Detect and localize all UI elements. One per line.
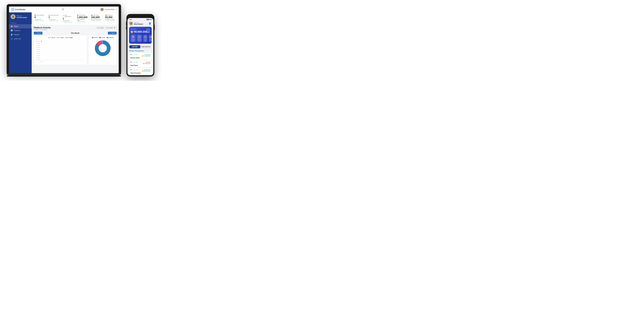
legend-topup: Top Up [48, 37, 55, 38]
stat-individuals-sub: 4 In this month [34, 19, 45, 20]
svg-text:700000: 700000 [36, 47, 40, 48]
transaction-1-date: 23 Jul 2020 [130, 54, 138, 55]
legend-pledge: Pledge [65, 37, 73, 38]
stat-individuals: 👤 Total Individuals 4 4 In this month ↑ … [33, 14, 46, 24]
sidebar-section-general: GENERAL [9, 22, 32, 24]
mini-coin-3 [142, 71, 144, 72]
svg-text:300000: 300000 [36, 55, 40, 56]
sidebar-reports-label: Reports [14, 34, 20, 36]
donut-svg [94, 40, 111, 57]
tab-history[interactable]: HISTORY [129, 45, 140, 48]
finances-icon: 📊 [11, 30, 13, 32]
tab-view-report[interactable]: VIEW REPORT [140, 45, 152, 48]
chart-controls: 📤 Export This Month 📤 Export [34, 32, 116, 35]
date-range-picker[interactable]: 01-01-2021 ~ 31-01-2021 📅 [96, 27, 116, 29]
export-label-right: Export [111, 32, 115, 34]
legend-spent: Spent [57, 37, 64, 38]
stat-spent-change: ↑ 100.0% From last ... [105, 20, 116, 21]
export-label-left: Export [37, 32, 41, 34]
hamburger-menu[interactable]: ☰ [62, 8, 64, 11]
stat-topup-change: ↑ 100.0% From last ... [91, 20, 102, 21]
chart-subtitle: Pledged vs Purchased [34, 29, 51, 30]
org-icon: 🏛 [63, 15, 64, 17]
reports-icon: 📋 [11, 34, 13, 36]
receive-token-label: Receive Token [138, 39, 141, 41]
legend-dot-pledge [65, 38, 68, 38]
calendar-icon: 📅 [114, 27, 115, 29]
phone-content: 👤 Welcome, Jhon Daniel 👤 My Tokens [128, 20, 153, 75]
legend-dot-spent [57, 38, 60, 38]
stat-businesses-label: 🏢 Total Businesses [48, 15, 60, 16]
svg-text:600000: 600000 [36, 49, 40, 50]
date-separator: ~ [104, 27, 106, 29]
phone-tabs: HISTORY VIEW REPORT [129, 45, 152, 49]
receive-token-icon: 📥 [138, 36, 141, 38]
phone-user-text: Welcome, Jhon Daniel [134, 22, 143, 25]
scene: ⊕ Coordinator ☰ 👤 crowdcyclebali ∨ [7, 4, 154, 77]
chart-title: Platform Activity [34, 27, 51, 29]
sidebar-item-finances[interactable]: 📊 Finances [9, 28, 32, 33]
stat-topup: 📦 Total Topup 100,000 100,000 In this mo… [90, 14, 103, 24]
stat-pledged-sub: 1,000,000 In this month [77, 19, 88, 21]
export-button-left[interactable]: 📤 Export [34, 32, 42, 35]
phone-body: 9:41 ▐▐▐ ⊕ ▮ 👤 Welcome, Jh [126, 14, 154, 77]
transaction-1-type: Receive Token [130, 57, 150, 59]
phone-notch [136, 15, 144, 17]
donut-pledge-label: PLEDGE [108, 37, 114, 38]
stat-topup-label: 📦 Total Topup [91, 15, 102, 16]
invite-label: invite [147, 32, 149, 33]
invite-icon: 👤 [147, 29, 149, 31]
donut-legend-pledge: PLEDGE [106, 37, 114, 38]
transaction-3-date: 23 Jul 2020 [130, 69, 138, 71]
sidebar-item-users[interactable]: 👥 Users List [9, 37, 32, 41]
stat-topup-value: 100,000 [91, 16, 102, 19]
transaction-1-left: 23 Jul 2020 [130, 54, 138, 55]
transaction-1-coin: 102.800.000 [142, 55, 150, 57]
laptop-foot [7, 76, 121, 77]
topbar: ⊕ Coordinator ☰ 👤 crowdcyclebali ∨ [9, 7, 119, 13]
transaction-3-top: 23 Jul 2020 + 100.000.000 100.000.000 [130, 69, 150, 72]
token-actions: 🎯 Support Causes 📥 Receive Token 📤 Send … [131, 35, 150, 42]
main-content: 👤 Total Individuals 4 4 In this month ↑ … [32, 13, 119, 73]
users-icon: 👥 [11, 38, 13, 40]
phone: 9:41 ▐▐▐ ⊕ ▮ 👤 Welcome, Jh [126, 14, 154, 77]
invite-button[interactable]: 👤 invite [146, 28, 150, 33]
svg-text:500000: 500000 [36, 51, 40, 52]
chart-title-group: Platform Activity Pledged vs Purchased [34, 27, 51, 30]
topbar-username: crowdcyclebali [105, 9, 114, 10]
send-token-button[interactable]: 📤 Send Token [143, 35, 148, 42]
sidebar-home-label: Home [14, 26, 18, 27]
transaction-1-amount: + 3.000.000 [142, 54, 150, 55]
support-causes-label: Support Causes [132, 39, 135, 41]
profile-icon[interactable]: 👤 [148, 22, 152, 25]
donut-chart: SPENT TOPUP PLEDGE [89, 36, 116, 65]
stat-pledged-change: ↑ 100.0% From last ... [77, 21, 88, 23]
spend-tokens-button[interactable]: 💳 Spend tokens [149, 35, 153, 42]
phone-screen: 9:41 ▐▐▐ ⊕ ▮ 👤 Welcome, Jh [128, 18, 153, 75]
donut-legend-spent: SPENT [92, 37, 98, 38]
receive-token-button[interactable]: 📥 Receive Token [137, 35, 142, 42]
battery-icon: ▮ [151, 19, 152, 20]
legend-spent-label: Spent [60, 37, 64, 38]
transaction-2-type: Send Token [130, 65, 150, 66]
laptop: ⊕ Coordinator ☰ 👤 crowdcyclebali ∨ [7, 4, 121, 77]
export-button-right[interactable]: 📤 Export [108, 32, 116, 35]
user-avatar: 👤 [100, 8, 104, 11]
phone-username: Jhon Daniel [134, 23, 143, 25]
svg-text:20Jan: 20Jan [40, 61, 43, 62]
support-causes-button[interactable]: 🎯 Support Causes [131, 35, 136, 42]
business-icon: 🏢 [48, 15, 50, 16]
legend-dot-topup [48, 38, 51, 38]
stat-businesses-value: 1 [48, 16, 60, 19]
sidebar-item-reports[interactable]: 📋 Reports [9, 33, 32, 37]
stats-row: 👤 Total Individuals 4 4 In this month ↑ … [32, 13, 119, 25]
legend-pledge-label: Pledge [69, 37, 73, 38]
stat-spent-label: 📦 Total Spent [105, 15, 116, 16]
svg-text:1000000: 1000000 [36, 41, 40, 42]
svg-text:0: 0 [40, 60, 40, 61]
wifi-icon: ⊕ [149, 19, 150, 20]
phone-welcome: Welcome, [134, 22, 143, 23]
signal-icon: ▐▐▐ [146, 19, 149, 20]
sidebar-item-home[interactable]: 🏠 Home [9, 24, 32, 28]
stat-pledged-label: 📦 Total Pledged [77, 15, 88, 16]
